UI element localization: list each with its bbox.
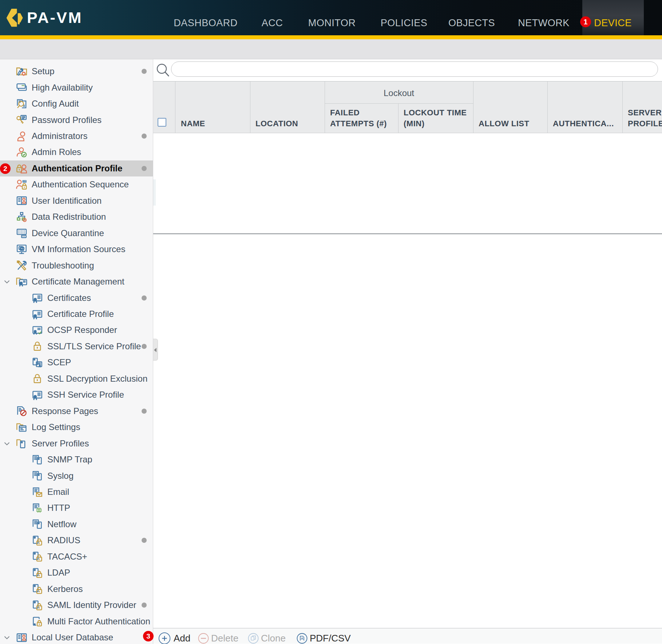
svg-text:A: A [301, 637, 304, 640]
